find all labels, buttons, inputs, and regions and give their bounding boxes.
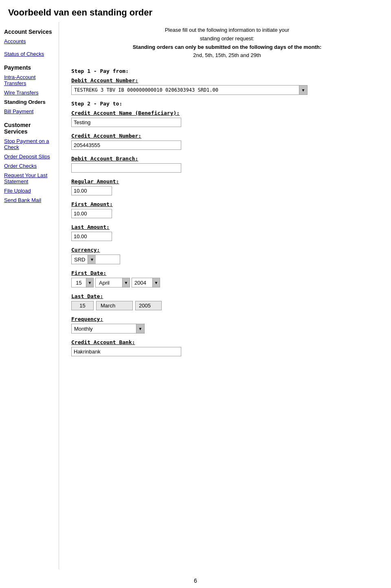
step1-label: Step 1 - Pay from:	[71, 68, 383, 74]
currency-section: Currency: SRD ▼	[71, 247, 383, 264]
frequency-arrow-icon[interactable]: ▼	[136, 324, 144, 333]
page-title: Voorbeeld van een standing order	[0, 0, 391, 22]
first-date-day-decrement-icon[interactable]: ▼	[86, 278, 93, 287]
sidebar-account-services: Account Services	[0, 26, 59, 37]
first-date-year-stepper[interactable]: 2004 ▼	[132, 278, 160, 287]
frequency-section: Frequency: Monthly ▼	[71, 316, 383, 333]
step1-section: Step 1 - Pay from: Debit Account Number:…	[71, 68, 383, 95]
first-amount-label: First Amount:	[71, 201, 383, 207]
intro-line4: 2nd, 5th, 15th, 25th and 29th	[71, 51, 383, 60]
sidebar-item-bill-payment[interactable]: Bill Payment	[0, 107, 59, 116]
step2-label: Step 2 - Pay to:	[71, 101, 383, 107]
content-area: Please fill out the following informatio…	[59, 22, 391, 569]
credit-account-bank-label: Credit Account Bank:	[71, 339, 383, 345]
sidebar-divider-2	[0, 59, 59, 62]
credit-account-number-input[interactable]	[71, 140, 181, 150]
debit-account-branch-input[interactable]	[71, 163, 181, 173]
first-date-month-decrement-icon[interactable]: ▼	[122, 278, 130, 287]
credit-account-bank-input[interactable]	[71, 347, 181, 356]
first-date-year-decrement-icon[interactable]: ▼	[152, 278, 160, 287]
regular-amount-input[interactable]	[71, 186, 112, 195]
currency-select[interactable]: SRD ▼	[71, 255, 120, 264]
sidebar-item-order-deposit[interactable]: Order Deposit Slips	[0, 152, 59, 161]
credit-account-number-section: Credit Account Number:	[71, 133, 383, 150]
intro-text: Please fill out the following informatio…	[71, 26, 383, 60]
first-date-month-stepper[interactable]: April ▼	[95, 278, 130, 287]
page-number: 6	[194, 577, 197, 584]
last-amount-input[interactable]	[71, 232, 112, 241]
first-date-section: First Date: 15 ▼ April ▼ 2004 ▼	[71, 270, 383, 287]
last-date-label: Last Date:	[71, 293, 383, 299]
sidebar-item-request-last-statement[interactable]: Request Your Last Statement	[0, 171, 59, 186]
sidebar-item-status-of-checks[interactable]: Status of Checks	[0, 49, 59, 59]
intro-line1: Please fill out the following informatio…	[71, 26, 383, 35]
step2-section: Step 2 - Pay to: Credit Account Name (Be…	[71, 101, 383, 356]
sidebar-divider-1	[0, 46, 59, 49]
page-wrapper: Voorbeeld van een standing order Account…	[0, 0, 391, 588]
sidebar-item-accounts[interactable]: Accounts	[0, 37, 59, 46]
sidebar: Account Services Accounts Status of Chec…	[0, 22, 59, 569]
regular-amount-label: Regular Amount:	[71, 178, 383, 184]
first-amount-input[interactable]	[71, 209, 112, 218]
debit-account-arrow-icon[interactable]: ▼	[299, 86, 307, 94]
sidebar-payments: Payments	[0, 62, 59, 72]
first-date-row: 15 ▼ April ▼ 2004 ▼	[71, 278, 383, 287]
credit-account-number-label: Credit Account Number:	[71, 133, 383, 139]
debit-account-number-label: Debit Account Number:	[71, 77, 383, 83]
sidebar-item-wire-transfers[interactable]: Wire Transfers	[0, 88, 59, 97]
sidebar-item-file-upload[interactable]: File Upload	[0, 186, 59, 195]
sidebar-item-order-checks[interactable]: Order Checks	[0, 161, 59, 171]
sidebar-customer-services: Customer Services	[0, 119, 59, 136]
first-amount-section: First Amount:	[71, 201, 383, 218]
sidebar-item-standing-orders[interactable]: Standing Orders	[0, 97, 59, 107]
debit-account-branch-section: Debit Account Branch:	[71, 156, 383, 173]
currency-value: SRD	[72, 255, 88, 264]
sidebar-item-intra-account[interactable]: Intra-Account Transfers	[0, 72, 59, 88]
last-date-day-value: 15	[71, 301, 94, 310]
credit-account-name-label: Credit Account Name (Beneficiary):	[71, 110, 383, 116]
last-amount-section: Last Amount:	[71, 224, 383, 241]
last-date-row: 15 March 2005	[71, 301, 383, 310]
sidebar-item-send-bank-mail[interactable]: Send Bank Mail	[0, 195, 59, 205]
debit-account-value: TESTREKG 3 TBV IB 000000000010 020630394…	[72, 86, 299, 94]
currency-arrow-icon[interactable]: ▼	[88, 255, 96, 264]
frequency-label: Frequency:	[71, 316, 383, 322]
debit-account-select[interactable]: TESTREKG 3 TBV IB 000000000010 020630394…	[71, 85, 308, 95]
intro-line2: standing order request:	[71, 35, 383, 43]
frequency-select[interactable]: Monthly ▼	[71, 324, 145, 333]
credit-account-name-input[interactable]	[71, 118, 181, 127]
last-date-section: Last Date: 15 March 2005	[71, 293, 383, 310]
currency-label: Currency:	[71, 247, 383, 253]
first-date-label: First Date:	[71, 270, 383, 276]
last-amount-label: Last Amount:	[71, 224, 383, 230]
sidebar-divider-3	[0, 116, 59, 119]
regular-amount-section: Regular Amount:	[71, 178, 383, 195]
credit-account-bank-section: Credit Account Bank:	[71, 339, 383, 356]
intro-line3: Standing orders can only be submitted on…	[71, 43, 383, 52]
first-date-month-value: April	[96, 279, 122, 287]
debit-account-branch-label: Debit Account Branch:	[71, 156, 383, 162]
main-layout: Account Services Accounts Status of Chec…	[0, 22, 391, 569]
sidebar-item-stop-payment[interactable]: Stop Payment on a Check	[0, 136, 59, 152]
first-date-day-stepper[interactable]: 15 ▼	[71, 278, 94, 287]
credit-account-name-section: Credit Account Name (Beneficiary):	[71, 110, 383, 127]
last-date-year-value: 2005	[135, 301, 162, 310]
first-date-year-value: 2004	[132, 279, 152, 287]
page-footer: 6	[0, 569, 391, 588]
first-date-day-value: 15	[72, 279, 86, 287]
last-date-month-value: March	[96, 301, 133, 310]
frequency-value: Monthly	[72, 325, 136, 333]
